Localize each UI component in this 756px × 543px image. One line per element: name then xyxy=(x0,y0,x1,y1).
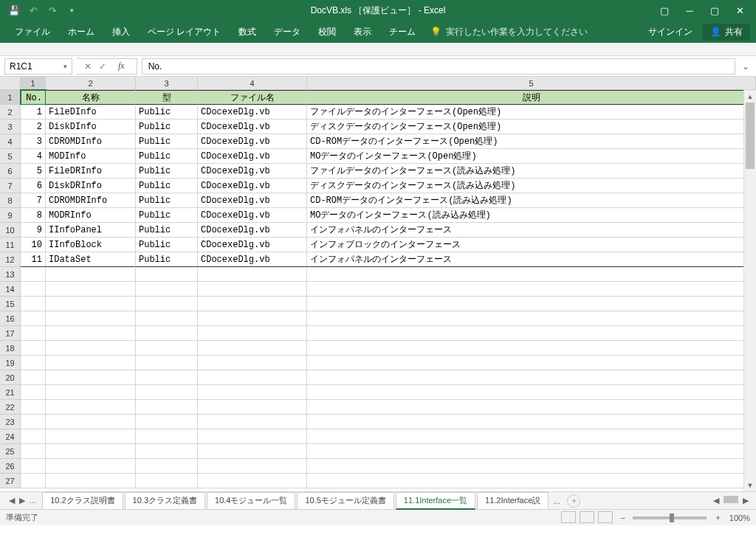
cell[interactable] xyxy=(21,311,46,326)
cell[interactable] xyxy=(46,311,136,326)
cell[interactable]: MOデータのインターフェース(Open処理) xyxy=(307,149,756,164)
cell[interactable] xyxy=(136,311,198,326)
cell[interactable] xyxy=(21,341,46,356)
cell[interactable]: CDocexeDlg.vb xyxy=(198,179,307,193)
cell[interactable] xyxy=(46,474,136,488)
fx-icon[interactable]: fx xyxy=(114,60,129,72)
tab-formulas[interactable]: 数式 xyxy=(230,21,265,43)
undo-icon[interactable]: ↶ xyxy=(27,4,40,17)
cell[interactable]: FileDInfo xyxy=(46,105,136,120)
sheet-tab[interactable]: 10.2クラス説明書 xyxy=(42,492,123,510)
cell[interactable] xyxy=(198,267,307,282)
cell[interactable] xyxy=(198,444,307,459)
hscroll-right-icon[interactable]: ▶ xyxy=(743,496,749,505)
cell[interactable] xyxy=(198,341,307,356)
cell[interactable] xyxy=(21,326,46,341)
cell[interactable] xyxy=(46,356,136,370)
cell[interactable] xyxy=(46,267,136,282)
cell[interactable]: インフォパネルのインターフェース xyxy=(307,223,756,238)
cell[interactable]: MODInfo xyxy=(46,149,136,164)
cell[interactable]: CDROMDRInfo xyxy=(46,193,136,208)
row-header[interactable]: 1 xyxy=(0,90,21,105)
signin-link[interactable]: サインイン xyxy=(648,26,693,38)
view-page-layout-icon[interactable] xyxy=(580,511,594,523)
cell[interactable]: IInfoBlock xyxy=(46,238,136,252)
cell[interactable] xyxy=(136,282,198,297)
cell[interactable] xyxy=(136,429,198,444)
cell[interactable] xyxy=(136,400,198,415)
cell[interactable] xyxy=(198,400,307,415)
cell[interactable] xyxy=(307,474,756,488)
tab-file[interactable]: ファイル xyxy=(6,21,59,43)
select-all-corner[interactable] xyxy=(0,77,21,89)
qat-dropdown-icon[interactable]: ▾ xyxy=(65,4,78,17)
row-header[interactable]: 24 xyxy=(0,429,21,444)
redo-icon[interactable]: ↷ xyxy=(46,4,59,17)
chevron-down-icon[interactable]: ▾ xyxy=(63,63,67,70)
tab-page-layout[interactable]: ページ レイアウト xyxy=(139,21,230,43)
col-header-4[interactable]: 4 xyxy=(198,77,307,89)
cell[interactable]: 2 xyxy=(21,120,46,134)
cell[interactable]: CDocexeDlg.vb xyxy=(198,238,307,252)
cell[interactable] xyxy=(136,356,198,370)
view-page-break-icon[interactable] xyxy=(598,511,613,523)
cell[interactable] xyxy=(307,444,756,459)
cell[interactable]: Public xyxy=(136,193,198,208)
row-header[interactable]: 17 xyxy=(0,326,21,341)
cell[interactable]: 1 xyxy=(21,105,46,120)
cell[interactable] xyxy=(136,297,198,311)
cell[interactable] xyxy=(21,385,46,400)
cell[interactable]: インフォブロックのインターフェース xyxy=(307,238,756,252)
row-header[interactable]: 3 xyxy=(0,120,21,134)
sheet-more[interactable]: ... xyxy=(550,497,563,505)
cell[interactable]: 3 xyxy=(21,134,46,149)
cell[interactable]: Public xyxy=(136,149,198,164)
cell[interactable] xyxy=(307,282,756,297)
row-header[interactable]: 14 xyxy=(0,282,21,297)
view-normal-icon[interactable] xyxy=(561,511,576,523)
row-header[interactable]: 18 xyxy=(0,341,21,356)
cell[interactable]: 型 xyxy=(136,90,198,105)
cell[interactable] xyxy=(46,297,136,311)
cell[interactable] xyxy=(198,311,307,326)
tab-insert[interactable]: 挿入 xyxy=(103,21,139,43)
sheet-tab[interactable]: 11.1Interface一覧 xyxy=(396,492,475,510)
save-icon[interactable]: 💾 xyxy=(7,4,21,17)
cell[interactable]: CD-ROMデータのインターフェース(読み込み処理) xyxy=(307,193,756,208)
tab-data[interactable]: データ xyxy=(265,21,309,43)
cell[interactable] xyxy=(46,370,136,385)
cell[interactable] xyxy=(136,341,198,356)
tab-home[interactable]: ホーム xyxy=(59,21,103,43)
cell[interactable]: No. xyxy=(21,90,46,105)
cell[interactable] xyxy=(198,385,307,400)
row-header[interactable]: 23 xyxy=(0,415,21,429)
row-header[interactable]: 15 xyxy=(0,297,21,311)
cell[interactable] xyxy=(136,444,198,459)
row-header[interactable]: 10 xyxy=(0,223,21,238)
cell[interactable] xyxy=(46,429,136,444)
enter-formula-icon[interactable]: ✓ xyxy=(99,61,106,72)
cell[interactable]: CDocexeDlg.vb xyxy=(198,223,307,238)
cell[interactable] xyxy=(307,267,756,282)
sheet-nav-ellipsis[interactable]: ... xyxy=(30,496,36,505)
cell[interactable] xyxy=(21,415,46,429)
cell[interactable] xyxy=(198,297,307,311)
cell[interactable]: DiskDRInfo xyxy=(46,179,136,193)
cell[interactable]: 10 xyxy=(21,238,46,252)
row-header[interactable]: 20 xyxy=(0,370,21,385)
cell[interactable]: CDocexeDlg.vb xyxy=(198,208,307,223)
add-sheet-button[interactable]: ＋ xyxy=(567,494,580,508)
cell[interactable] xyxy=(21,267,46,282)
cancel-formula-icon[interactable]: ✕ xyxy=(84,61,92,72)
cell[interactable]: DiskDInfo xyxy=(46,120,136,134)
cell[interactable]: CDocexeDlg.vb xyxy=(198,149,307,164)
row-header[interactable]: 26 xyxy=(0,459,21,474)
cell[interactable]: CDocexeDlg.vb xyxy=(198,134,307,149)
row-header[interactable]: 25 xyxy=(0,444,21,459)
cell[interactable]: Public xyxy=(136,120,198,134)
cell[interactable]: Public xyxy=(136,179,198,193)
zoom-level[interactable]: 100% xyxy=(729,513,750,522)
sheet-nav-next-icon[interactable]: ▶ xyxy=(19,496,25,505)
sheet-tab[interactable]: 10.5モジュール定義書 xyxy=(297,492,394,510)
col-header-2[interactable]: 2 xyxy=(46,77,136,89)
